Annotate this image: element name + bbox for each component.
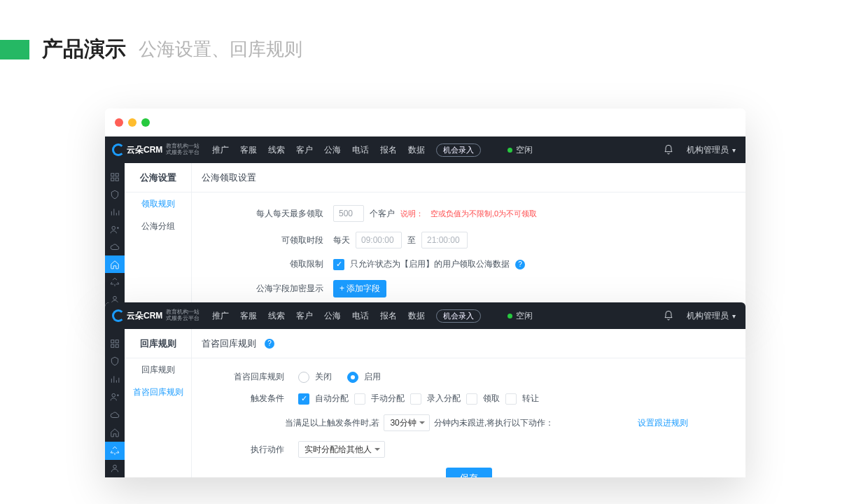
chk-transfer-label: 转让 bbox=[522, 393, 539, 405]
set-followup-link[interactable]: 设置跟进规则 bbox=[638, 417, 688, 429]
rail-recycle-icon[interactable] bbox=[105, 273, 125, 290]
side-menu: 回库规则 回库规则 首咨回库规则 bbox=[125, 329, 192, 477]
limit-label: 领取限制 bbox=[200, 258, 333, 270]
nav-item[interactable]: 客户 bbox=[296, 144, 313, 156]
cond-text1: 当满足以上触发条件时,若 bbox=[285, 417, 379, 429]
brand-sub2: 式服务云平台 bbox=[166, 150, 200, 156]
rail-user-icon[interactable] bbox=[105, 388, 125, 407]
rail-home-icon[interactable] bbox=[105, 424, 125, 442]
status-indicator: 空闲 bbox=[507, 310, 533, 322]
record-button[interactable]: 机会录入 bbox=[436, 309, 481, 323]
rail-cloud-icon[interactable] bbox=[105, 406, 125, 424]
help-icon[interactable]: ? bbox=[265, 339, 274, 349]
svg-rect-6 bbox=[111, 340, 114, 343]
action-label: 执行动作 bbox=[200, 444, 298, 456]
svg-rect-0 bbox=[111, 174, 114, 176]
side-item-groups[interactable]: 公海分组 bbox=[125, 215, 191, 237]
user-menu[interactable]: 机构管理员 ▾ bbox=[687, 310, 736, 322]
limit-checkbox[interactable]: ✓ bbox=[333, 259, 344, 270]
nav-item[interactable]: 线索 bbox=[268, 144, 285, 156]
time-label: 可领取时段 bbox=[200, 234, 333, 246]
nav-item[interactable]: 公海 bbox=[324, 310, 341, 322]
svg-point-10 bbox=[112, 394, 115, 398]
nav-item[interactable]: 客服 bbox=[240, 144, 257, 156]
nav-item[interactable]: 客服 bbox=[240, 310, 257, 322]
min-dot-icon[interactable] bbox=[128, 118, 136, 127]
time-to-word: 至 bbox=[407, 234, 416, 246]
top-nav: 推广 客服 线索 客户 公海 电话 报名 数据 机会录入 bbox=[206, 144, 486, 157]
bell-icon[interactable] bbox=[663, 310, 674, 321]
side-item-first-consult[interactable]: 首咨回库规则 bbox=[125, 381, 191, 403]
rail-cloud-icon[interactable] bbox=[105, 239, 125, 256]
nav-item[interactable]: 线索 bbox=[268, 310, 285, 322]
max-claim-input[interactable]: 500 bbox=[333, 205, 364, 222]
nav-item[interactable]: 推广 bbox=[212, 144, 229, 156]
chk-claim[interactable] bbox=[466, 393, 477, 405]
record-button[interactable]: 机会录入 bbox=[436, 144, 481, 157]
brand-logo: 云朵CRM 教育机构一站 式服务云平台 bbox=[105, 309, 206, 322]
rail-chart-icon[interactable] bbox=[105, 370, 125, 388]
rail-grid-icon[interactable] bbox=[105, 335, 125, 353]
top-nav: 推广 客服 线索 客户 公海 电话 报名 数据 机会录入 bbox=[206, 309, 486, 323]
chk-auto[interactable]: ✓ bbox=[298, 393, 309, 405]
chk-transfer[interactable] bbox=[505, 393, 517, 405]
chk-entry[interactable] bbox=[410, 393, 421, 405]
nav-item[interactable]: 报名 bbox=[380, 144, 397, 156]
radio-on-label: 启用 bbox=[364, 371, 381, 383]
user-name: 机构管理员 bbox=[687, 310, 729, 322]
radio-off[interactable] bbox=[298, 372, 309, 383]
add-field-button[interactable]: + 添加字段 bbox=[333, 280, 386, 298]
svg-rect-9 bbox=[115, 344, 118, 347]
rail-grid-icon[interactable] bbox=[105, 169, 125, 186]
chk-manual[interactable] bbox=[354, 393, 365, 405]
side-item-claim-rule[interactable]: 领取规则 bbox=[125, 192, 191, 215]
action-select[interactable]: 实时分配给其他人 bbox=[298, 441, 385, 458]
time-daily: 每天 bbox=[333, 234, 350, 246]
app-topbar: 云朵CRM 教育机构一站 式服务云平台 推广 客服 线索 客户 公海 电话 报名… bbox=[105, 302, 746, 329]
icon-rail bbox=[105, 163, 125, 308]
nav-item[interactable]: 推广 bbox=[212, 310, 229, 322]
rail-shield-icon[interactable] bbox=[105, 353, 125, 371]
bell-icon[interactable] bbox=[663, 144, 674, 155]
nav-item[interactable]: 电话 bbox=[352, 310, 369, 322]
window-return-rule: 云朵CRM 教育机构一站 式服务云平台 推广 客服 线索 客户 公海 电话 报名… bbox=[105, 302, 746, 477]
max-dot-icon[interactable] bbox=[141, 118, 150, 127]
rule-panel: 首咨回库规则 ? 首咨回库规则 关闭 启用 触发条件 ✓自动分配 bbox=[192, 329, 746, 477]
rail-shield-icon[interactable] bbox=[105, 186, 125, 204]
save-button[interactable]: 保存 bbox=[446, 468, 492, 477]
nav-item[interactable]: 公海 bbox=[324, 144, 341, 156]
max-claim-unit: 个客户 bbox=[370, 208, 395, 220]
brand-logo: 云朵CRM 教育机构一站 式服务云平台 bbox=[105, 144, 206, 156]
page-subtitle: 公海设置、回库规则 bbox=[139, 37, 302, 62]
minutes-select[interactable]: 30分钟 bbox=[384, 414, 429, 431]
rail-chart-icon[interactable] bbox=[105, 204, 125, 221]
rail-person-icon[interactable] bbox=[105, 460, 125, 478]
svg-rect-7 bbox=[115, 340, 118, 343]
radio-on[interactable] bbox=[347, 372, 358, 383]
rule-label: 首咨回库规则 bbox=[200, 371, 298, 383]
rail-user-icon[interactable] bbox=[105, 221, 125, 239]
radio-off-label: 关闭 bbox=[315, 371, 332, 383]
close-dot-icon[interactable] bbox=[115, 118, 123, 127]
time-to-input[interactable]: 21:00:00 bbox=[421, 232, 468, 248]
brand-text: 云朵CRM bbox=[127, 144, 162, 156]
rail-home-icon[interactable] bbox=[105, 255, 125, 273]
nav-item[interactable]: 数据 bbox=[408, 310, 425, 322]
settings-panel: 公海领取设置 每人每天最多领取 500 个客户 说明： 空或负值为不限制,0为不… bbox=[192, 163, 746, 308]
rail-recycle-icon[interactable] bbox=[105, 442, 125, 460]
accent-block bbox=[0, 40, 29, 59]
nav-item[interactable]: 客户 bbox=[296, 310, 313, 322]
help-icon[interactable]: ? bbox=[515, 260, 525, 270]
trigger-label: 触发条件 bbox=[200, 393, 298, 405]
time-from-input[interactable]: 09:00:00 bbox=[356, 232, 402, 248]
nav-item[interactable]: 电话 bbox=[352, 144, 369, 156]
mac-titlebar bbox=[105, 108, 746, 136]
app-topbar: 云朵CRM 教育机构一站 式服务云平台 推广 客服 线索 客户 公海 电话 报名… bbox=[105, 136, 746, 163]
side-item-return-rule[interactable]: 回库规则 bbox=[125, 358, 191, 381]
nav-item[interactable]: 数据 bbox=[408, 144, 425, 156]
nav-item[interactable]: 报名 bbox=[380, 310, 397, 322]
limit-text: 只允许状态为【启用】的用户领取公海数据 bbox=[350, 258, 510, 270]
status-text: 空闲 bbox=[516, 310, 533, 322]
chk-manual-label: 手动分配 bbox=[371, 393, 405, 405]
user-menu[interactable]: 机构管理员 ▾ bbox=[687, 144, 736, 156]
